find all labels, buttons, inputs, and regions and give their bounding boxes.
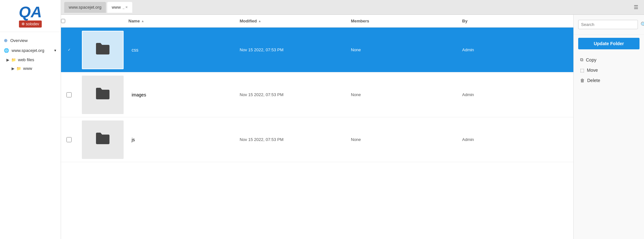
row-js-checkbox[interactable] [66, 137, 72, 142]
sidebar-tree: ▶ 📁 web files ▶ 📁 www [0, 55, 61, 73]
logo-solodev-brand: ✼ solodev [19, 21, 42, 28]
action-move-label: Move [587, 68, 598, 73]
row-css-checkbox[interactable]: ✓ [66, 47, 72, 53]
sidebar-logo: QA ✼ solodev [0, 0, 61, 32]
row-css-modified: Nov 15 2022, 07:53 PM [240, 47, 351, 52]
table-row[interactable]: ✓ css Nov 15 2022, 07:53 PM None Admin [61, 28, 573, 72]
tab-domain[interactable]: www.spacejet.org [64, 2, 106, 13]
js-folder-icon [95, 131, 111, 148]
search-bar: 🔍 [574, 15, 644, 35]
sidebar-item-overview[interactable]: ⊕ Overview [0, 35, 61, 45]
sidebar-domain-label: www.spacejet.org [12, 48, 44, 53]
sidebar-web-files-label: web files [18, 57, 34, 62]
delete-icon: 🗑 [580, 78, 585, 83]
action-copy-label: Copy [586, 57, 596, 62]
folder-icon-www: ▶ [12, 66, 14, 71]
sidebar: QA ✼ solodev ⊕ Overview 🌐 www.spacejet.o… [0, 0, 61, 239]
row-css-thumbnail [77, 31, 128, 69]
row-images-name: images [128, 92, 240, 97]
folder-www-icon: 📁 [16, 66, 21, 71]
tab-www[interactable]: www _ ✕ [107, 2, 133, 13]
globe-icon: 🌐 [4, 48, 9, 53]
row-images-members: None [351, 92, 462, 97]
css-folder-thumb [82, 31, 124, 69]
logo-qa-text: QA [19, 4, 42, 20]
copy-icon: ⧉ [580, 57, 583, 62]
header-name[interactable]: Name ▲ [128, 19, 240, 23]
content-area: Name ▲ Modified ▲ Members By ✓ [61, 15, 644, 239]
sort-name-icon: ▲ [141, 19, 144, 23]
tab-www-label: www [112, 5, 121, 10]
header-modified-label: Modified [240, 19, 257, 23]
search-button[interactable]: 🔍 [639, 20, 644, 29]
sidebar-item-web-files[interactable]: ▶ 📁 web files [4, 55, 61, 64]
css-folder-icon [95, 41, 111, 59]
right-panel: 🔍 Update Folder ⧉ Copy ⬚ Move 🗑 Delete [573, 15, 644, 239]
images-folder-icon [95, 86, 111, 103]
js-folder-thumb [82, 120, 124, 159]
row-images-modified: Nov 15 2022, 07:53 PM [240, 92, 351, 97]
table-header: Name ▲ Modified ▲ Members By [61, 15, 573, 28]
tab-domain-label: www.spacejet.org [69, 5, 101, 10]
action-list: ⧉ Copy ⬚ Move 🗑 Delete [574, 53, 644, 87]
action-copy[interactable]: ⧉ Copy [578, 54, 640, 65]
sidebar-item-www[interactable]: ▶ 📁 www [4, 64, 61, 73]
overview-icon: ⊕ [4, 38, 8, 43]
images-folder-thumb [82, 76, 124, 114]
row-js-modified: Nov 15 2022, 07:53 PM [240, 137, 351, 142]
sidebar-overview-label: Overview [10, 38, 28, 43]
row-js-by: Admin [462, 137, 574, 142]
file-manager: Name ▲ Modified ▲ Members By ✓ [61, 15, 573, 239]
header-members: Members [351, 19, 462, 23]
chevron-down-icon: ▼ [54, 49, 57, 52]
hamburger-menu-icon[interactable]: ☰ [631, 3, 641, 12]
row-css-by: Admin [462, 47, 574, 52]
row-images-by: Admin [462, 92, 574, 97]
logo-block: QA ✼ solodev [19, 4, 42, 28]
folder-open-icon: 📁 [11, 58, 16, 62]
row-images-checkbox-cell [61, 92, 77, 97]
main-area: www.spacejet.org www _ ✕ ☰ Name ▲ M [61, 0, 644, 239]
row-images-checkbox[interactable] [66, 92, 72, 97]
sort-modified-icon: ▲ [258, 19, 261, 23]
row-images-thumbnail [77, 76, 128, 114]
tab-bar: www.spacejet.org www _ ✕ ☰ [61, 0, 644, 15]
row-css-members: None [351, 47, 462, 52]
action-delete[interactable]: 🗑 Delete [578, 75, 640, 86]
row-js-members: None [351, 137, 462, 142]
table-row[interactable]: images Nov 15 2022, 07:53 PM None Admin [61, 72, 573, 117]
tab-www-close[interactable]: _ ✕ [123, 5, 128, 9]
move-icon: ⬚ [580, 68, 584, 73]
header-by-label: By [462, 19, 468, 23]
row-js-thumbnail [77, 120, 128, 159]
action-delete-label: Delete [587, 78, 600, 83]
row-css-checkbox-cell: ✓ [61, 47, 77, 53]
row-js-name: js [128, 137, 240, 142]
header-name-label: Name [128, 19, 140, 23]
folder-icon: ▶ [6, 58, 9, 62]
sidebar-nav: ⊕ Overview 🌐 www.spacejet.org ▼ ▶ 📁 web … [0, 32, 61, 76]
header-modified[interactable]: Modified ▲ [240, 19, 351, 23]
header-members-label: Members [351, 19, 369, 23]
table-row[interactable]: js Nov 15 2022, 07:53 PM None Admin [61, 117, 573, 162]
sidebar-www-label: www [23, 66, 32, 71]
sidebar-domain[interactable]: 🌐 www.spacejet.org ▼ [0, 45, 61, 55]
row-js-checkbox-cell [61, 137, 77, 142]
header-check [61, 19, 77, 23]
update-folder-button[interactable]: Update Folder [578, 38, 640, 49]
row-css-name: css [128, 47, 240, 53]
header-by: By [462, 19, 574, 23]
search-input[interactable] [578, 20, 638, 29]
select-all-checkbox[interactable] [61, 19, 65, 23]
action-move[interactable]: ⬚ Move [578, 65, 640, 75]
